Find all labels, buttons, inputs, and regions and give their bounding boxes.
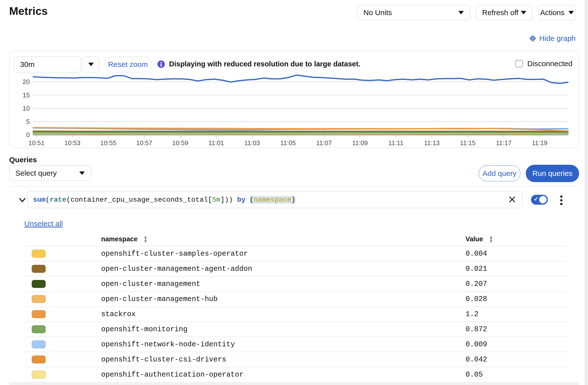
table-row[interactable]: openshift-authentication-operator0.05 — [24, 367, 568, 382]
series-color-swatch[interactable] — [32, 265, 46, 273]
series-color-swatch[interactable] — [32, 356, 46, 363]
units-select[interactable]: No Units — [357, 5, 470, 20]
series-color-swatch[interactable] — [32, 325, 46, 333]
scrollbar[interactable] — [585, 0, 588, 385]
clear-expression-button[interactable] — [507, 195, 518, 205]
promql-token-plain: ])) — [220, 196, 237, 204]
sort-icon[interactable] — [144, 236, 147, 243]
add-query-button[interactable]: Add query — [479, 165, 520, 181]
x-axis-label: 11:15 — [460, 139, 475, 147]
table-row[interactable]: open-cluster-management0.207 — [24, 276, 568, 292]
actions-menu-button[interactable]: Actions — [538, 5, 576, 20]
promql-token-plain-hl: ( — [250, 196, 254, 204]
y-axis-label: 0 — [26, 131, 30, 138]
kebab-icon — [560, 199, 562, 201]
results-table: openshift-cluster-samples-operator0.004o… — [24, 246, 568, 382]
disconnected-checkbox[interactable] — [515, 60, 523, 67]
queries-section-label: Queries — [9, 156, 37, 164]
promql-token-label: namespace — [254, 196, 291, 204]
hide-graph-label: Hide graph — [539, 34, 576, 43]
table-row[interactable]: openshift-cluster-samples-operator0.004 — [24, 246, 568, 261]
chart-line-olive — [33, 131, 568, 132]
query-kebab-menu-button[interactable] — [556, 193, 567, 207]
reset-zoom-button[interactable]: Reset zoom — [105, 56, 151, 72]
page-header: Metrics No Units Refresh off Actions — [9, 5, 576, 20]
x-axis-label: 11:11 — [388, 139, 403, 147]
unselect-all-link[interactable]: Unselect all — [24, 220, 63, 228]
refresh-select[interactable]: Refresh off — [476, 5, 532, 20]
toolbar: No Units Refresh off Actions — [357, 5, 576, 20]
column-header-namespace[interactable]: namespace — [101, 235, 147, 243]
timespan-input[interactable] — [14, 56, 81, 72]
table-row[interactable]: stackrox1.2 — [24, 307, 568, 322]
x-axis-label: 11:09 — [352, 139, 368, 147]
namespace-cell: openshift-monitoring — [101, 325, 187, 333]
promql-token-plain: ( — [45, 196, 50, 204]
promql-token-keyword: sum — [33, 196, 45, 204]
x-axis-label: 10:59 — [172, 139, 188, 147]
namespace-cell: openshift-cluster-csi-drivers — [101, 356, 226, 364]
value-cell: 0.028 — [466, 295, 487, 303]
value-cell: 0.004 — [466, 250, 487, 258]
value-cell: 0.207 — [466, 280, 487, 288]
metrics-chart[interactable]: 0510152010:5110:5310:5510:5710:5911:0111… — [9, 70, 579, 148]
run-queries-button[interactable]: Run queries — [526, 165, 579, 182]
promql-token-plain: (container_cpu_usage_seconds_total[ — [66, 196, 212, 204]
timespan-dropdown-button[interactable] — [83, 56, 99, 72]
x-axis-label: 11:17 — [496, 139, 511, 147]
x-axis-label: 10:55 — [100, 139, 116, 147]
reduced-resolution-info: Displaying with reduced resolution due t… — [157, 60, 360, 68]
namespace-cell: open-cluster-management-agent-addon — [101, 265, 252, 273]
close-icon — [508, 195, 516, 203]
kebab-icon — [560, 203, 562, 205]
select-query-value: Select query — [15, 169, 57, 177]
namespace-cell: open-cluster-management-hub — [101, 295, 218, 303]
chevron-down-icon — [568, 11, 574, 14]
hide-graph-link[interactable]: Hide graph — [529, 34, 576, 43]
x-axis-label: 11:13 — [424, 139, 440, 147]
value-cell: 0.009 — [466, 340, 487, 349]
table-row[interactable]: open-cluster-management-agent-addon0.021 — [24, 261, 568, 276]
x-axis-label: 10:51 — [28, 139, 44, 147]
chart-svg[interactable]: 0510152010:5110:5310:5510:5710:5911:0111… — [9, 70, 579, 148]
series-color-swatch[interactable] — [32, 280, 46, 288]
table-row[interactable]: openshift-cluster-csi-drivers0.042 — [24, 352, 568, 367]
units-select-value: No Units — [363, 8, 392, 17]
y-axis-label: 20 — [23, 78, 30, 85]
promql-token-function: rate — [50, 196, 66, 204]
table-row[interactable]: openshift-network-node-identity0.009 — [24, 337, 568, 352]
x-axis-label: 10:57 — [136, 139, 152, 147]
query-enabled-switch[interactable]: ✓ — [531, 195, 548, 205]
y-axis-label: 5 — [26, 118, 30, 125]
chart-line-green — [33, 132, 568, 133]
y-axis-label: 10 — [23, 105, 30, 112]
series-color-swatch[interactable] — [32, 310, 46, 318]
select-query-dropdown[interactable]: Select query — [9, 165, 91, 181]
promql-token-duration: 5m — [212, 196, 221, 204]
chevron-down-icon — [88, 63, 94, 66]
promql-expression-text: sum(rate(container_cpu_usage_seconds_tot… — [33, 196, 295, 204]
x-axis-label: 11:07 — [316, 139, 332, 147]
actions-label: Actions — [540, 8, 564, 17]
x-axis-label: 11:05 — [280, 139, 296, 147]
promql-token-plain-hl: ) — [291, 196, 295, 204]
namespace-cell: openshift-authentication-operator — [101, 371, 243, 379]
reduced-resolution-message: Displaying with reduced resolution due t… — [169, 60, 360, 68]
series-color-swatch[interactable] — [32, 371, 46, 379]
series-color-swatch[interactable] — [32, 295, 46, 303]
table-row[interactable]: open-cluster-management-hub0.028 — [24, 292, 568, 307]
query-expand-toggle[interactable] — [17, 197, 27, 204]
series-color-swatch[interactable] — [32, 250, 46, 258]
promql-expression-input[interactable]: sum(rate(container_cpu_usage_seconds_tot… — [27, 191, 522, 208]
value-cell: 0.021 — [466, 265, 487, 273]
switch-knob — [539, 196, 547, 203]
namespace-cell: openshift-cluster-samples-operator — [101, 250, 248, 258]
value-cell: 0.05 — [466, 371, 483, 379]
page-title: Metrics — [9, 5, 48, 17]
sort-icon[interactable] — [489, 236, 493, 243]
series-color-swatch[interactable] — [32, 340, 46, 348]
kebab-icon — [560, 195, 562, 198]
metrics-page: { "page_title": "Metrics", "colors": { "… — [0, 0, 588, 385]
table-row[interactable]: openshift-monitoring0.872 — [24, 322, 568, 337]
column-header-value[interactable]: Value — [466, 235, 493, 243]
